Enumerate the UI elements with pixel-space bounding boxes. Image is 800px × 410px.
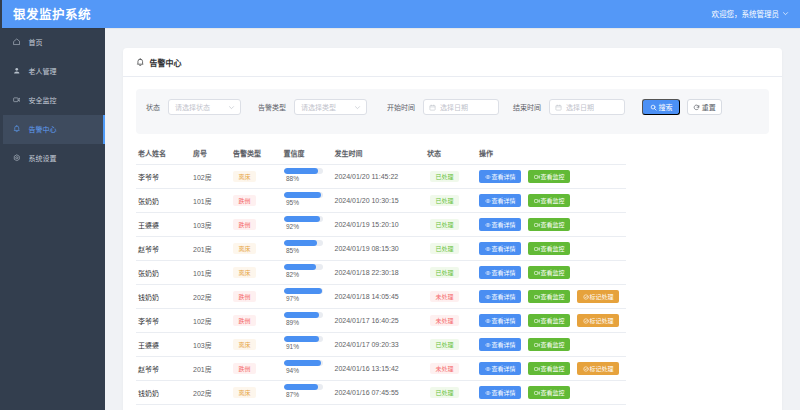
view-detail-button[interactable]: 查看详情	[479, 290, 521, 303]
actions-group: 查看详情 查看监控	[479, 194, 624, 207]
sidebar-item-label: 系统设置	[29, 153, 57, 163]
eye-icon	[485, 318, 491, 324]
window-edge	[0, 0, 2, 28]
table-row: 赵爷爷 201房 离床 85% 2024/01/19 08:15:30 已处理 …	[136, 237, 626, 261]
status-badge: 已处理	[430, 267, 459, 279]
view-detail-button[interactable]: 查看详情	[479, 170, 521, 183]
alert-type-cell: 离床	[231, 267, 282, 279]
view-monitor-label: 查看监控	[541, 172, 565, 181]
mark-handled-button[interactable]: 标记处理	[577, 290, 619, 303]
confidence-progress	[284, 336, 324, 342]
type-select[interactable]: 请选择类型	[294, 99, 367, 115]
room-number: 101房	[191, 268, 231, 278]
sidebar-item-3[interactable]: 安全监控	[0, 86, 105, 115]
confidence-progress	[284, 264, 324, 270]
end-date-input[interactable]: 选择日期	[549, 99, 625, 115]
end-date-placeholder: 选择日期	[566, 102, 594, 112]
status-cell: 已处理	[425, 339, 477, 351]
eye-icon	[485, 366, 491, 372]
home-icon	[13, 38, 21, 46]
mark-handled-button[interactable]: 标记处理	[577, 362, 619, 375]
actions-cell: 查看详情 查看监控	[477, 218, 624, 231]
confidence-progress-fill	[284, 216, 320, 222]
eye-icon	[485, 270, 491, 276]
welcome-text: 欢迎您，系统管理员	[712, 8, 780, 19]
view-monitor-button[interactable]: 查看监控	[528, 266, 570, 279]
column-header: 置信度	[282, 148, 333, 158]
sidebar-item-5[interactable]: 系统设置	[0, 144, 105, 173]
alert-time: 2024/01/16 07:45:55	[333, 389, 426, 396]
confidence-percent: 91%	[284, 343, 333, 350]
column-header: 告警类型	[231, 148, 282, 158]
actions-cell: 查看详情 查看监控	[477, 386, 624, 399]
confidence-progress-fill	[284, 312, 319, 318]
view-monitor-button[interactable]: 查看监控	[528, 314, 570, 327]
start-date-input[interactable]: 选择日期	[423, 99, 499, 115]
view-detail-button[interactable]: 查看详情	[479, 386, 521, 399]
sidebar-item-1[interactable]: 首页	[0, 28, 105, 57]
view-monitor-button[interactable]: 查看监控	[528, 290, 570, 303]
alert-time: 2024/01/20 11:45:22	[333, 173, 426, 180]
view-detail-button[interactable]: 查看详情	[479, 338, 521, 351]
reset-button[interactable]: 重置	[687, 99, 723, 115]
eye-icon	[485, 390, 491, 396]
status-cell: 已处理	[425, 387, 477, 399]
view-detail-button[interactable]: 查看详情	[479, 218, 521, 231]
status-badge: 已处理	[430, 171, 459, 183]
status-cell: 已处理	[425, 243, 477, 255]
view-monitor-button[interactable]: 查看监控	[528, 338, 570, 351]
table-body: 李爷爷 102房 离床 88% 2024/01/20 11:45:22 已处理 …	[136, 165, 769, 405]
confidence-wrap: 94%	[284, 357, 333, 381]
video-camera-icon	[534, 246, 540, 252]
confidence-progress-fill	[284, 360, 321, 366]
sidebar-item-2[interactable]: 老人管理	[0, 57, 105, 86]
monitor-icon	[13, 96, 21, 104]
actions-group: 查看详情 查看监控	[479, 338, 624, 351]
chevron-down-icon	[354, 104, 361, 111]
column-header: 房号	[191, 148, 231, 158]
status-badge: 已处理	[430, 195, 459, 207]
eye-icon	[485, 342, 491, 348]
video-camera-icon	[534, 342, 540, 348]
search-button[interactable]: 搜索	[642, 99, 680, 115]
gear-icon	[13, 154, 21, 162]
view-monitor-button[interactable]: 查看监控	[528, 170, 570, 183]
alert-type-cell: 跌倒	[231, 195, 282, 207]
sidebar-item-4[interactable]: 告警中心	[3, 115, 105, 144]
view-detail-button[interactable]: 查看详情	[479, 242, 521, 255]
sidebar-item-label: 安全监控	[29, 95, 57, 105]
column-header: 操作	[477, 148, 624, 158]
filter-status: 状态 请选择状态	[146, 99, 241, 115]
mark-handled-button[interactable]: 标记处理	[577, 314, 619, 327]
view-detail-button[interactable]: 查看详情	[479, 314, 521, 327]
view-monitor-button[interactable]: 查看监控	[528, 194, 570, 207]
view-monitor-button[interactable]: 查看监控	[528, 362, 570, 375]
page-title: 告警中心	[150, 57, 182, 68]
card-body: 状态 请选择状态 告警类型 请选择类型 开始	[123, 77, 782, 405]
view-detail-button[interactable]: 查看详情	[479, 194, 521, 207]
alert-time: 2024/01/19 08:15:30	[333, 245, 426, 252]
view-monitor-button[interactable]: 查看监控	[528, 386, 570, 399]
elder-name: 李爷爷	[136, 172, 191, 182]
view-detail-button[interactable]: 查看详情	[479, 362, 521, 375]
video-camera-icon	[534, 222, 540, 228]
actions-cell: 查看详情 查看监控	[477, 266, 624, 279]
view-monitor-label: 查看监控	[541, 292, 565, 301]
column-header: 老人姓名	[136, 148, 191, 158]
confidence-cell: 95%	[282, 189, 333, 213]
user-menu[interactable]: 欢迎您，系统管理员	[712, 8, 790, 19]
view-detail-label: 查看详情	[492, 316, 516, 325]
video-camera-icon	[534, 390, 540, 396]
status-select[interactable]: 请选择状态	[168, 99, 241, 115]
view-monitor-button[interactable]: 查看监控	[528, 242, 570, 255]
confidence-cell: 85%	[282, 237, 333, 261]
bell-icon	[13, 125, 21, 133]
view-monitor-button[interactable]: 查看监控	[528, 218, 570, 231]
view-detail-button[interactable]: 查看详情	[479, 266, 521, 279]
confidence-wrap: 89%	[284, 309, 333, 333]
room-number: 202房	[191, 292, 231, 302]
confidence-progress	[284, 312, 324, 318]
check-circle-icon	[583, 318, 589, 324]
view-detail-label: 查看详情	[492, 196, 516, 205]
actions-cell: 查看详情 查看监控	[477, 338, 624, 351]
